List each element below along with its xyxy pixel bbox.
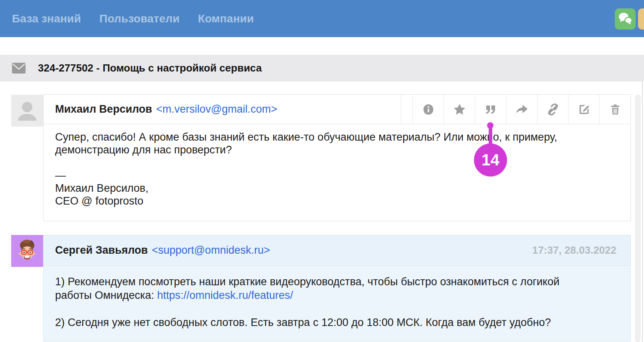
cropped-button[interactable] (638, 8, 644, 30)
edit-icon (577, 103, 591, 116)
sender-name: Сергей Завьялов (55, 244, 148, 256)
info-icon (422, 103, 435, 116)
sender-info: Сергей Завьялов <support@omnidesk.ru> (44, 235, 532, 265)
unlink-button[interactable] (537, 95, 568, 124)
scrollbar-track (642, 82, 643, 342)
message-text-line: работы Омнидеска: https://omnidesk.ru/fe… (55, 288, 619, 302)
avatar-agent-memoji (11, 235, 43, 267)
star-button[interactable] (444, 95, 475, 124)
message-text-segment: работы Омнидеска: (55, 289, 157, 301)
edit-button[interactable] (568, 95, 599, 124)
envelope-icon (12, 63, 26, 74)
message-card-customer: Михаил Версилов <m.versilov@gmail.com> (43, 94, 631, 221)
nav-item-knowledge-base[interactable]: База знаний (12, 12, 81, 25)
message-header: Сергей Завьялов <support@omnidesk.ru> 17… (43, 235, 631, 266)
sender-name: Михаил Версилов (55, 103, 152, 115)
signature-role: CEO @ fotoprosto (55, 195, 619, 207)
message-header: Михаил Версилов <m.versilov@gmail.com> (43, 94, 631, 124)
avatar-default-person (11, 95, 43, 127)
message-text-line: 2) Сегодня уже нет свободных слотов. Ест… (55, 316, 619, 329)
message-text-line: Супер, спасибо! А кроме базы знаний есть… (55, 131, 619, 143)
message-card-agent-reply: Сергей Завьялов <support@omnidesk.ru> 17… (43, 235, 631, 342)
sender-email-link[interactable]: <support@omnidesk.ru> (152, 244, 270, 256)
nav-item-companies[interactable]: Компании (198, 12, 254, 25)
nav-item-users[interactable]: Пользователи (99, 12, 180, 25)
signature-name: Михаил Версилов, (55, 182, 619, 195)
unlink-icon (546, 103, 560, 116)
sub-header-strip (0, 37, 644, 55)
trash-icon (609, 103, 622, 116)
ticket-title-bar: 324-277502 - Помощь с настройкой сервиса (0, 55, 644, 82)
scrollbar-thumb[interactable] (635, 95, 640, 342)
quote-icon (483, 102, 498, 117)
ticket-title: 324-277502 - Помощь с настройкой сервиса (38, 62, 262, 74)
chat-button[interactable] (615, 8, 636, 30)
message-text-line: демонстрацию для нас проверсти? (55, 143, 619, 156)
memoji-face-icon (11, 235, 43, 267)
signature-dash: — (55, 169, 619, 182)
message-body: 1) Рекомендуем посмотреть наши краткие в… (43, 266, 631, 342)
person-icon (11, 95, 43, 127)
message-timestamp: 17:37, 28.03.2022 (532, 244, 630, 256)
top-nav-bar: База знаний Пользователи Компании (0, 0, 644, 37)
features-link[interactable]: https://omnidesk.ru/features/ (157, 289, 293, 301)
chat-bubbles-icon (618, 12, 633, 27)
sender-info: Михаил Версилов <m.versilov@gmail.com> (44, 95, 401, 124)
forward-icon (515, 103, 529, 116)
sender-email-link[interactable]: <m.versilov@gmail.com> (156, 103, 277, 115)
info-button[interactable] (412, 95, 444, 124)
message-body: Супер, спасибо! А кроме базы знаний есть… (43, 124, 631, 221)
message-text-line: 1) Рекомендуем посмотреть наши краткие в… (55, 275, 619, 288)
star-icon (452, 102, 467, 117)
quote-button[interactable] (475, 95, 506, 124)
message-toolbar (401, 95, 630, 124)
toolbar-spacer (401, 95, 412, 124)
delete-button[interactable] (599, 95, 630, 124)
forward-button[interactable] (506, 95, 537, 124)
